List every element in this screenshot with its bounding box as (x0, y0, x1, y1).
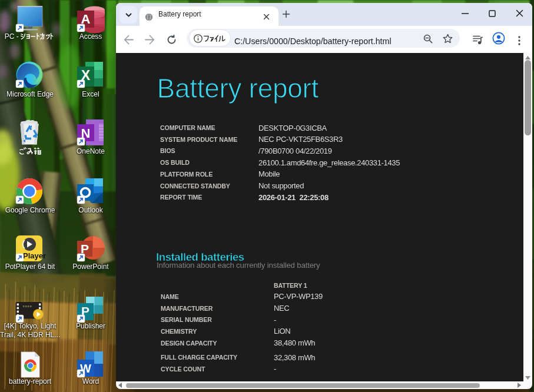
svg-text:Player: Player (23, 251, 46, 260)
svg-text:P: P (81, 242, 89, 255)
